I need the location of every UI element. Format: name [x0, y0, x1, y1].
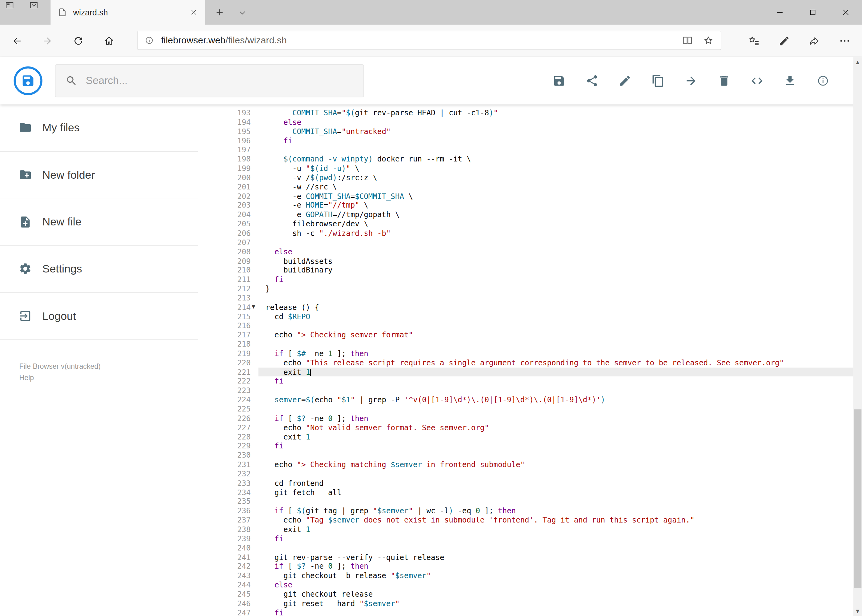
code-line[interactable]: 245 git checkout release [198, 589, 853, 599]
delete-button[interactable] [717, 74, 731, 87]
code-line[interactable]: 230 [198, 451, 853, 460]
code-line[interactable]: 236 if [ $(git tag | grep "$semver" | wc… [198, 506, 853, 515]
code-line[interactable]: 197 [198, 145, 853, 154]
code-line[interactable]: 228 exit 1 [198, 432, 853, 441]
code-line[interactable]: 225 [198, 404, 853, 414]
code-line[interactable]: 235 [198, 497, 853, 506]
code-line[interactable]: 206 sh -c "./wizard.sh -b" [198, 228, 853, 238]
code-line[interactable]: 210 buildBinary [198, 266, 853, 275]
code-line[interactable]: 199 -u "$(id -u)" \ [198, 164, 853, 173]
edit-button[interactable] [619, 74, 632, 87]
share-button[interactable] [799, 27, 829, 55]
web-notes-button[interactable] [769, 27, 799, 55]
home-button[interactable] [98, 30, 120, 51]
new-tab-button[interactable] [207, 0, 232, 25]
code-line[interactable]: 241 git rev-parse --verify --quiet relea… [198, 553, 853, 562]
page-scrollbar[interactable]: ▲ ▼ [853, 57, 862, 616]
code-line[interactable]: 243 git checkout -b release "$semver" [198, 571, 853, 580]
code-button[interactable] [750, 74, 764, 87]
window-maximize-button[interactable] [796, 0, 829, 25]
code-line[interactable]: 244 else [198, 580, 853, 589]
line-number: 245 [237, 589, 251, 599]
code-line[interactable]: 237 echo "Tag $semver does not exist in … [198, 515, 853, 525]
code-line[interactable]: 196 fi [198, 136, 853, 145]
close-tab-icon[interactable] [189, 8, 198, 17]
info-button[interactable] [816, 74, 830, 87]
reading-view-icon[interactable] [682, 35, 693, 46]
scroll-up-arrow-icon[interactable]: ▲ [853, 58, 862, 66]
forward-button[interactable] [36, 30, 58, 51]
site-info-icon[interactable] [145, 36, 154, 45]
code-line[interactable]: 215 cd $REPO [198, 312, 853, 321]
code-line[interactable]: 221 exit 1 [198, 368, 853, 377]
address-bar[interactable]: filebrowser.web/files/wizard.sh [137, 31, 721, 50]
tab-list-chevron-icon[interactable] [232, 0, 253, 25]
filebrowser-logo[interactable] [13, 66, 43, 95]
code-line[interactable]: 227 echo "Not valid semver format. See s… [198, 423, 853, 432]
back-button[interactable] [6, 30, 27, 51]
code-line[interactable]: 205 filebrowser/dev \ [198, 219, 853, 228]
code-line[interactable]: 216 [198, 321, 853, 330]
code-line[interactable]: 242 if [ $? -ne 0 ]; then [198, 562, 853, 571]
copy-button[interactable] [651, 74, 665, 87]
download-button[interactable] [783, 74, 797, 87]
code-line[interactable]: 212} [198, 284, 853, 293]
window-minimize-button[interactable] [763, 0, 796, 25]
save-button[interactable] [552, 74, 566, 87]
code-line[interactable]: 220 echo "This release script requires a… [198, 358, 853, 368]
code-line[interactable]: 224 semver=$(echo "$1" | grep -P '^v(0|[… [198, 395, 853, 404]
sidebar-item-new-file[interactable]: New file [0, 199, 198, 246]
tab-preview-icon[interactable] [28, 0, 48, 25]
sidebar-item-settings[interactable]: Settings [0, 246, 198, 293]
code-line[interactable]: 193 COMMIT_SHA="$(git rev-parse HEAD | c… [198, 108, 853, 118]
code-line[interactable]: 229 fi [198, 441, 853, 451]
hub-favorites-button[interactable] [739, 27, 769, 55]
code-line[interactable]: 203 -e HOME="//tmp" \ [198, 201, 853, 210]
help-link[interactable]: Help [19, 372, 101, 384]
scroll-down-arrow-icon[interactable]: ▼ [853, 607, 862, 615]
code-line[interactable]: 207 [198, 238, 853, 247]
fold-marker-icon[interactable]: ▼ [251, 303, 258, 312]
sidebar-item-my-files[interactable]: My files [0, 104, 198, 151]
code-line[interactable]: 247 fi [198, 608, 853, 616]
code-line[interactable]: 202 -e COMMIT_SHA=$COMMIT_SHA \ [198, 192, 853, 201]
code-line[interactable]: 238 exit 1 [198, 525, 853, 534]
code-line[interactable]: 194 else [198, 118, 853, 127]
browser-tab[interactable]: wizard.sh [50, 0, 205, 25]
sidebar-item-logout[interactable]: Logout [0, 293, 198, 340]
code-line[interactable]: 231 echo "> Checking matching $semver in… [198, 460, 853, 469]
more-options-button[interactable] [830, 27, 860, 55]
share-button[interactable] [586, 74, 599, 87]
code-line[interactable]: 240 [198, 544, 853, 553]
code-line[interactable]: 213 [198, 293, 853, 303]
code-line[interactable]: 218 [198, 339, 853, 349]
code-line[interactable]: 219 if [ $# -ne 1 ]; then [198, 349, 853, 358]
code-line[interactable]: 222 fi [198, 377, 853, 386]
move-button[interactable] [684, 74, 698, 87]
code-line[interactable]: 198 $(command -v winpty) docker run --rm… [198, 154, 853, 163]
code-line[interactable]: 226 if [ $? -ne 0 ]; then [198, 414, 853, 423]
code-line[interactable]: 233 cd frontend [198, 479, 853, 488]
code-line[interactable]: 209 buildAssets [198, 256, 853, 266]
code-line[interactable]: 204 -e GOPATH=//tmp/gopath \ [198, 210, 853, 219]
code-line[interactable]: 208 else [198, 247, 853, 256]
search-input[interactable] [86, 75, 354, 87]
set-tabs-aside-icon[interactable] [4, 0, 24, 25]
code-line[interactable]: 200 -v /$(pwd):/src:z \ [198, 173, 853, 182]
code-line[interactable]: 223 [198, 386, 853, 395]
scrollbar-thumb[interactable] [854, 409, 861, 588]
window-close-button[interactable] [829, 0, 862, 25]
code-line[interactable]: 217 echo "> Checking semver format" [198, 330, 853, 339]
code-line[interactable]: 246 git reset --hard "$semver" [198, 599, 853, 608]
code-line[interactable]: 201 -w //src \ [198, 182, 853, 192]
code-line[interactable]: 234 git fetch --all [198, 488, 853, 497]
code-editor[interactable]: 193 COMMIT_SHA="$(git rev-parse HEAD | c… [198, 104, 853, 616]
sidebar-item-new-folder[interactable]: New folder [0, 152, 198, 199]
code-line[interactable]: 195 COMMIT_SHA="untracked" [198, 127, 853, 136]
favorite-star-icon[interactable] [703, 35, 714, 46]
refresh-button[interactable] [67, 30, 89, 51]
code-line[interactable]: 232 [198, 469, 853, 479]
code-line[interactable]: 239 fi [198, 534, 853, 543]
code-line[interactable]: 211 fi [198, 275, 853, 284]
code-line[interactable]: 214▼release () { [198, 303, 853, 312]
